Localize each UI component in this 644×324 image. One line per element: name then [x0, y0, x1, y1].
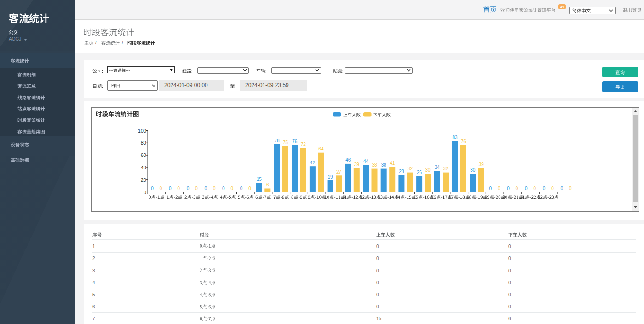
- svg-text:60: 60: [141, 152, 146, 158]
- svg-text:6: 6: [266, 182, 269, 187]
- svg-text:78: 78: [274, 138, 280, 143]
- svg-text:38: 38: [372, 162, 377, 168]
- svg-text:41: 41: [390, 161, 395, 166]
- svg-text:44: 44: [363, 159, 369, 164]
- svg-text:0: 0: [543, 186, 546, 191]
- svg-text:40: 40: [141, 165, 146, 170]
- svg-text:39: 39: [354, 162, 360, 167]
- svg-text:42: 42: [310, 160, 316, 165]
- svg-text:0: 0: [551, 186, 554, 191]
- svg-text:0: 0: [534, 186, 536, 191]
- svg-text:32: 32: [408, 166, 413, 171]
- svg-text:0: 0: [178, 186, 180, 191]
- svg-text:0: 0: [195, 186, 198, 191]
- svg-text:30: 30: [426, 168, 431, 173]
- svg-text:0: 0: [144, 190, 146, 195]
- svg-text:20: 20: [141, 177, 146, 183]
- svg-text:0: 0: [151, 186, 154, 191]
- svg-text:0: 0: [560, 186, 563, 191]
- svg-text:0: 0: [213, 186, 216, 191]
- svg-text:28: 28: [399, 169, 404, 174]
- svg-text:0: 0: [507, 186, 510, 191]
- svg-text:64: 64: [318, 146, 324, 151]
- svg-text:15: 15: [257, 177, 262, 182]
- svg-text:75: 75: [283, 140, 288, 145]
- svg-text:32: 32: [443, 166, 448, 171]
- svg-text:19: 19: [328, 174, 334, 179]
- svg-text:39: 39: [479, 162, 484, 167]
- svg-text:0: 0: [169, 186, 172, 191]
- svg-text:27: 27: [336, 169, 342, 174]
- svg-text:0: 0: [498, 186, 500, 191]
- svg-text:0: 0: [489, 186, 492, 191]
- svg-text:38: 38: [381, 162, 387, 168]
- svg-text:0: 0: [204, 186, 207, 191]
- svg-text:100: 100: [138, 128, 146, 133]
- svg-text:30: 30: [470, 168, 476, 173]
- svg-text:0: 0: [231, 186, 234, 191]
- svg-text:83: 83: [452, 135, 458, 140]
- svg-text:0: 0: [525, 186, 528, 191]
- svg-text:0: 0: [222, 186, 225, 191]
- svg-text:46: 46: [345, 157, 351, 162]
- svg-text:80: 80: [141, 140, 146, 145]
- svg-text:34: 34: [435, 165, 440, 170]
- svg-text:0: 0: [240, 186, 243, 191]
- svg-text:0: 0: [569, 186, 572, 191]
- svg-text:0: 0: [516, 186, 518, 191]
- svg-text:26: 26: [417, 170, 422, 175]
- svg-text:0: 0: [187, 186, 190, 191]
- svg-text:0: 0: [160, 186, 162, 191]
- svg-text:0: 0: [248, 186, 251, 191]
- svg-text:76: 76: [292, 139, 298, 144]
- svg-text:72: 72: [301, 142, 306, 147]
- svg-text:76: 76: [461, 139, 466, 144]
